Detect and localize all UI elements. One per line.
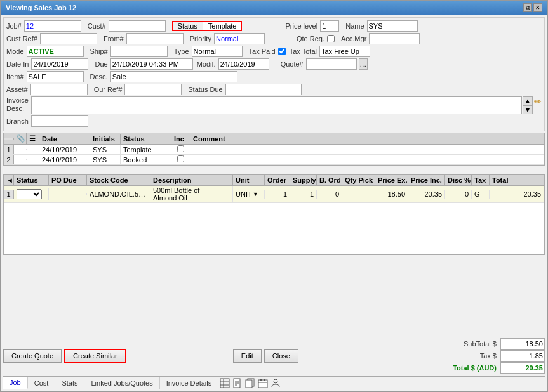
tax-row: Tax $ <box>405 350 545 362</box>
cust-label: Cust# <box>88 22 107 30</box>
subtotal-input[interactable] <box>500 338 545 350</box>
status-flag-1 <box>27 149 39 150</box>
content-area: Job# Cust# Status Template Price level N… <box>1 15 547 391</box>
status-date-1: 24/10/2019 <box>39 145 90 154</box>
scroll-up-button[interactable]: ▲ <box>523 96 533 105</box>
order-priceex-1: 18.50 <box>375 190 408 199</box>
close-button[interactable]: Close <box>264 349 298 363</box>
scroll-controls: ▲ ▼ <box>523 96 533 114</box>
type-input[interactable] <box>192 46 243 57</box>
name-label: Name <box>345 22 365 30</box>
edit-icon[interactable]: ✏ <box>534 96 542 114</box>
status-inc-checkbox-2[interactable] <box>177 155 184 162</box>
total-input[interactable] <box>500 362 545 374</box>
order-stockcode-1: ALMOND.OIL.500ML... <box>87 190 150 199</box>
svg-rect-0 <box>220 379 229 388</box>
modif-input[interactable] <box>218 58 269 70</box>
status-row-2[interactable]: 2 24/10/2019 SYS Booked <box>4 155 544 165</box>
custref-input[interactable] <box>40 33 97 44</box>
tab-linked[interactable]: Linked Jobs/Quotes <box>84 377 159 389</box>
modif-label: Modif. <box>197 60 217 68</box>
window-controls: ⧉ ✕ <box>523 3 542 12</box>
status-initials-2: SYS <box>90 155 121 164</box>
order-grid: ◄ Status PO Due Stock Code Description U… <box>3 174 545 255</box>
template-tab[interactable]: Template <box>203 22 242 30</box>
calendar-icon[interactable] <box>258 378 268 388</box>
invoicedesc-wrapper: ▲ ▼ ✏ <box>31 96 542 114</box>
desc-input[interactable] <box>110 71 237 82</box>
copy-icon[interactable] <box>245 378 255 388</box>
status-row-1[interactable]: 1 24/10/2019 SYS Template <box>4 145 544 155</box>
quote-input[interactable] <box>306 58 357 70</box>
ourref-input[interactable] <box>124 84 182 95</box>
custref-label: Cust Ref# <box>6 35 39 42</box>
tab-invoice[interactable]: Invoice Details <box>160 377 219 389</box>
branch-input[interactable] <box>31 115 88 127</box>
doc-icon-1[interactable] <box>232 378 243 388</box>
item-label: Item# <box>6 73 25 81</box>
status-inc-checkbox-1[interactable] <box>177 145 184 152</box>
accmgr-label: Acc.Mgr <box>341 35 368 42</box>
unit-dropdown-icon[interactable]: ▼ <box>253 191 258 197</box>
status-col-status: Status <box>121 134 171 144</box>
status-col-attach: 📎 <box>14 133 27 144</box>
datein-input[interactable] <box>31 58 88 70</box>
cust-input[interactable] <box>109 20 166 32</box>
tab-stats[interactable]: Stats <box>55 377 84 389</box>
tax-input[interactable] <box>500 350 545 362</box>
from-label: From# <box>104 35 125 42</box>
pricelevel-input[interactable] <box>320 20 339 32</box>
priority-input[interactable] <box>214 33 265 44</box>
create-similar-button[interactable]: Create Similar <box>64 349 126 363</box>
form-row-7: Invoice Desc. ▲ ▼ ✏ <box>6 96 542 114</box>
due-input[interactable] <box>110 58 193 70</box>
form-row-4: Date In Due Modif. Quote# … <box>6 58 542 70</box>
status-status-2: Booked <box>121 155 171 164</box>
status-comment-2 <box>190 159 544 160</box>
svg-rect-9 <box>246 380 252 388</box>
statusdue-input[interactable] <box>225 84 302 95</box>
ship-input[interactable] <box>110 46 168 57</box>
qtereq-field: Qte Req. <box>297 35 335 42</box>
item-input[interactable] <box>27 71 84 82</box>
order-status-1 <box>14 188 49 200</box>
create-quote-button[interactable]: Create Quote <box>3 349 62 363</box>
person-icon[interactable] <box>271 378 281 388</box>
scroll-down-button[interactable]: ▼ <box>523 105 533 114</box>
form-row-3: Mode Ship# Type Tax Paid Tax Total <box>6 46 542 57</box>
order-col-supply: Supply <box>290 175 317 185</box>
order-bord-1: 0 <box>317 190 342 199</box>
quote-browse-button[interactable]: … <box>359 58 368 70</box>
taxpaid-checkbox[interactable] <box>278 48 286 55</box>
order-total-1: 20.35 <box>490 190 544 199</box>
order-col-disc: Disc % <box>445 175 472 185</box>
mode-input[interactable] <box>27 46 84 57</box>
order-unit-1: UNIT▼ <box>233 190 265 199</box>
accmgr-input[interactable] <box>369 33 420 44</box>
job-input[interactable] <box>24 20 81 32</box>
status-tab[interactable]: Status <box>173 22 203 30</box>
restore-button[interactable]: ⧉ <box>523 3 532 12</box>
asset-input[interactable] <box>30 84 88 95</box>
tab-cost[interactable]: Cost <box>28 377 56 389</box>
qtereq-checkbox[interactable] <box>327 35 335 42</box>
form-row-6: Asset# Our Ref# Status Due <box>6 84 542 95</box>
order-status-select-1[interactable] <box>17 189 42 199</box>
table-grid-icon[interactable] <box>220 378 230 388</box>
status-grid-header: 📎 ☰ Date Initials Status Inc Comment <box>4 133 544 145</box>
window-title: Viewing Sales Job 12 <box>6 4 76 11</box>
edit-button[interactable]: Edit <box>233 349 262 363</box>
status-col-flag: ☰ <box>27 133 39 144</box>
close-button[interactable]: ✕ <box>533 3 542 12</box>
name-input[interactable] <box>367 20 418 32</box>
status-attach-2 <box>14 159 27 160</box>
invoicedesc-input[interactable] <box>31 96 522 114</box>
order-col-status: Status <box>14 175 49 185</box>
order-row-1[interactable]: 1 ALMOND.OIL.500ML... 500ml Bottle ofAlm… <box>4 186 544 203</box>
invoicedesc-label: Invoice Desc. <box>6 96 30 113</box>
flag-icon: ☰ <box>29 134 36 142</box>
from-input[interactable] <box>126 33 184 44</box>
taxtotal-input[interactable] <box>319 46 370 57</box>
tab-job[interactable]: Job <box>3 377 28 389</box>
status-col-inc: Inc <box>171 134 190 144</box>
